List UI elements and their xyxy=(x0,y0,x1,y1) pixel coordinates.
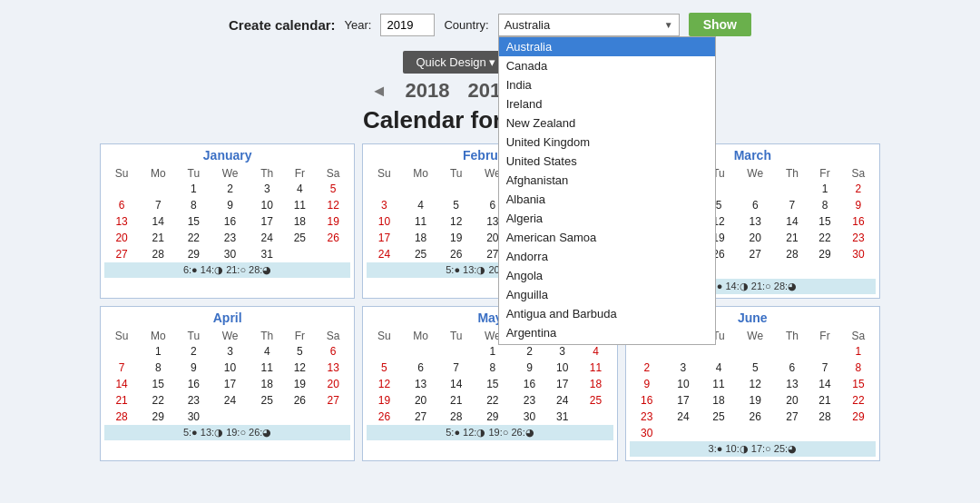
dropdown-item[interactable]: Ireland xyxy=(499,94,715,113)
dropdown-item[interactable]: United States xyxy=(499,152,715,171)
calendar-day[interactable]: 29 xyxy=(473,409,514,425)
calendar-day[interactable]: 3 xyxy=(367,197,401,213)
calendar-day[interactable]: 4 xyxy=(402,197,440,213)
calendar-day[interactable]: 21 xyxy=(808,392,840,409)
country-select[interactable]: Australia ▼ xyxy=(498,14,680,36)
calendar-day[interactable]: 11 xyxy=(578,360,612,376)
calendar-day[interactable]: 25 xyxy=(702,409,735,425)
calendar-day[interactable]: 3 xyxy=(664,360,702,376)
dropdown-item[interactable]: Argentina xyxy=(499,323,715,342)
calendar-day[interactable]: 5 xyxy=(316,181,350,197)
calendar-day[interactable]: 30 xyxy=(210,246,250,262)
year-input[interactable] xyxy=(380,14,435,36)
calendar-day[interactable]: 1 xyxy=(473,343,514,360)
calendar-day[interactable]: 10 xyxy=(210,360,250,376)
calendar-day[interactable]: 25 xyxy=(402,246,440,262)
calendar-day[interactable]: 24 xyxy=(250,230,284,246)
calendar-day[interactable]: 16 xyxy=(841,213,876,230)
calendar-day[interactable]: 1 xyxy=(841,343,876,360)
dropdown-item[interactable]: Armenia xyxy=(499,342,715,345)
calendar-day[interactable]: 30 xyxy=(177,409,210,425)
calendar-day[interactable]: 6 xyxy=(775,360,808,376)
calendar-day[interactable]: 13 xyxy=(735,213,776,230)
calendar-day[interactable]: 4 xyxy=(702,360,735,376)
calendar-day[interactable]: 28 xyxy=(440,409,473,425)
calendar-day[interactable]: 2 xyxy=(513,343,546,360)
calendar-day[interactable]: 26 xyxy=(440,246,473,262)
calendar-day[interactable]: 13 xyxy=(402,376,440,392)
calendar-day[interactable]: 26 xyxy=(316,230,350,246)
calendar-day[interactable]: 29 xyxy=(808,246,840,262)
calendar-day[interactable]: 8 xyxy=(139,360,177,376)
calendar-day[interactable]: 19 xyxy=(316,213,350,230)
calendar-day[interactable]: 3 xyxy=(210,343,250,360)
calendar-day[interactable]: 7 xyxy=(775,197,808,213)
calendar-day[interactable]: 2 xyxy=(177,343,210,360)
calendar-day[interactable]: 18 xyxy=(250,376,284,392)
calendar-day[interactable]: 24 xyxy=(367,246,401,262)
dropdown-item[interactable]: Afghanistan xyxy=(499,171,715,190)
calendar-day[interactable]: 17 xyxy=(250,213,284,230)
calendar-day[interactable]: 15 xyxy=(177,213,210,230)
dropdown-item[interactable]: American Samoa xyxy=(499,228,715,247)
calendar-day[interactable]: 20 xyxy=(775,392,808,409)
calendar-day[interactable]: 26 xyxy=(284,392,316,409)
calendar-day[interactable]: 24 xyxy=(210,392,250,409)
calendar-day[interactable]: 2 xyxy=(210,181,250,197)
calendar-day[interactable]: 20 xyxy=(735,230,776,246)
calendar-day[interactable]: 14 xyxy=(104,376,139,392)
quick-design-button[interactable]: Quick Design ▾ xyxy=(403,51,508,74)
calendar-day[interactable]: 14 xyxy=(139,213,177,230)
calendar-day[interactable]: 5 xyxy=(735,360,776,376)
calendar-day[interactable]: 31 xyxy=(546,409,578,425)
calendar-day[interactable]: 21 xyxy=(775,230,808,246)
calendar-day[interactable]: 18 xyxy=(402,230,440,246)
calendar-day[interactable]: 21 xyxy=(440,392,473,409)
calendar-day[interactable]: 7 xyxy=(440,360,473,376)
calendar-day[interactable]: 26 xyxy=(735,409,776,425)
calendar-day[interactable]: 30 xyxy=(630,425,664,441)
calendar-day[interactable]: 12 xyxy=(284,360,316,376)
calendar-day[interactable]: 21 xyxy=(139,230,177,246)
calendar-day[interactable]: 2 xyxy=(841,181,876,197)
calendar-day[interactable]: 31 xyxy=(250,246,284,262)
calendar-day[interactable]: 26 xyxy=(367,409,401,425)
calendar-day[interactable]: 27 xyxy=(402,409,440,425)
calendar-day[interactable]: 7 xyxy=(808,360,840,376)
calendar-day[interactable]: 17 xyxy=(546,376,578,392)
calendar-day[interactable]: 3 xyxy=(250,181,284,197)
dropdown-item[interactable]: Andorra xyxy=(499,247,715,266)
calendar-day[interactable]: 6 xyxy=(104,197,139,213)
calendar-day[interactable]: 14 xyxy=(808,376,840,392)
calendar-day[interactable]: 8 xyxy=(808,197,840,213)
calendar-day[interactable]: 23 xyxy=(841,230,876,246)
dropdown-item[interactable]: Albania xyxy=(499,190,715,209)
calendar-day[interactable]: 10 xyxy=(367,213,401,230)
prev-year-arrow[interactable]: ◄ xyxy=(371,82,387,101)
calendar-day[interactable]: 2 xyxy=(630,360,664,376)
calendar-day[interactable]: 10 xyxy=(664,376,702,392)
calendar-day[interactable]: 25 xyxy=(578,392,612,409)
calendar-day[interactable]: 29 xyxy=(139,409,177,425)
show-button[interactable]: Show xyxy=(689,13,751,36)
dropdown-item[interactable]: India xyxy=(499,75,715,94)
calendar-day[interactable]: 25 xyxy=(250,392,284,409)
calendar-day[interactable]: 13 xyxy=(316,360,350,376)
calendar-day[interactable]: 11 xyxy=(250,360,284,376)
calendar-day[interactable]: 8 xyxy=(841,360,876,376)
calendar-day[interactable]: 9 xyxy=(841,197,876,213)
country-dropdown-list[interactable]: AustraliaCanadaIndiaIrelandNew ZealandUn… xyxy=(498,36,716,345)
calendar-day[interactable]: 7 xyxy=(139,197,177,213)
calendar-day[interactable]: 1 xyxy=(139,343,177,360)
calendar-day[interactable]: 11 xyxy=(284,197,316,213)
calendar-day[interactable]: 23 xyxy=(630,409,664,425)
calendar-day[interactable]: 5 xyxy=(367,360,401,376)
dropdown-item[interactable]: Canada xyxy=(499,56,715,75)
calendar-day[interactable]: 10 xyxy=(546,360,578,376)
dropdown-item[interactable]: Algeria xyxy=(499,209,715,228)
calendar-day[interactable]: 12 xyxy=(440,213,473,230)
calendar-day[interactable]: 1 xyxy=(808,181,840,197)
calendar-day[interactable]: 11 xyxy=(402,213,440,230)
calendar-day[interactable]: 20 xyxy=(104,230,139,246)
calendar-day[interactable]: 8 xyxy=(177,197,210,213)
